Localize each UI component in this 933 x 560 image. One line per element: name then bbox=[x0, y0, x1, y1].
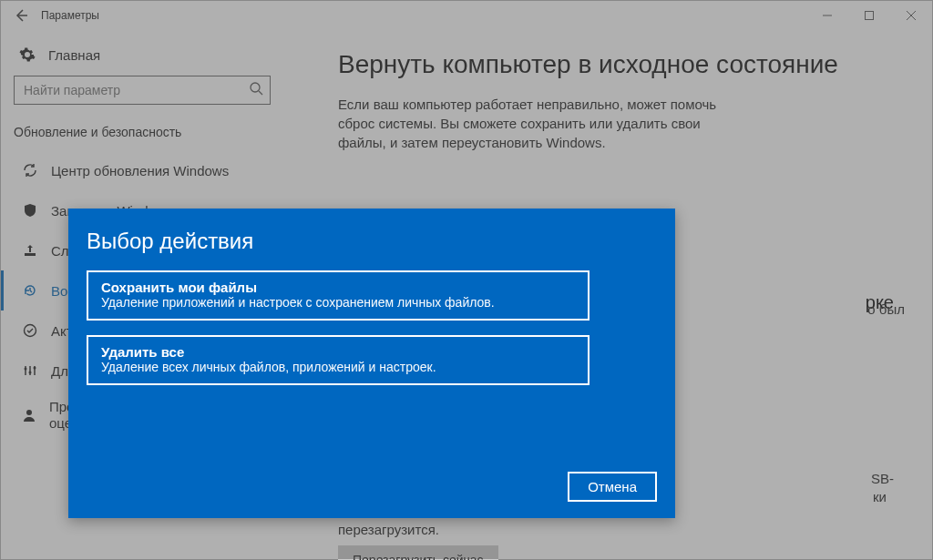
option-remove-all[interactable]: Удалить все Удаление всех личных файлов,… bbox=[87, 335, 590, 385]
cancel-button[interactable]: Отмена bbox=[568, 472, 657, 502]
option-desc: Удаление всех личных файлов, приложений … bbox=[101, 360, 575, 374]
option-title: Сохранить мои файлы bbox=[101, 280, 575, 295]
option-title: Удалить все bbox=[101, 344, 575, 360]
option-keep-files[interactable]: Сохранить мои файлы Удаление приложений … bbox=[87, 270, 590, 321]
reset-modal: Выбор действия Сохранить мои файлы Удале… bbox=[68, 209, 675, 518]
settings-window: Параметры Главная bbox=[0, 0, 933, 560]
modal-title: Выбор действия bbox=[87, 229, 657, 254]
option-desc: Удаление приложений и настроек с сохране… bbox=[101, 295, 575, 310]
